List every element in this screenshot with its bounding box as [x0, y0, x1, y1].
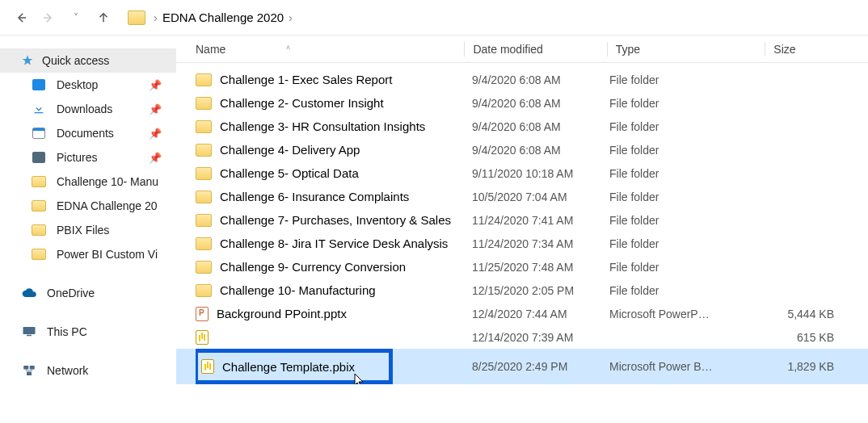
file-type: File folder — [609, 167, 763, 180]
file-type: Microsoft PowerP… — [609, 308, 763, 320]
folder-icon — [196, 261, 212, 274]
documents-icon — [32, 128, 45, 139]
sidebar-item-documents[interactable]: Documents 📌 — [0, 121, 176, 145]
sidebar-item-label: Network — [47, 364, 88, 377]
file-row[interactable]: Challenge 5- Optical Data9/11/2020 10:18… — [176, 161, 868, 185]
file-row[interactable]: Challenge 2- Customer Insight9/4/2020 6:… — [176, 91, 868, 115]
pin-icon: 📌 — [149, 152, 162, 164]
file-row[interactable]: Challenge 8- Jira IT Service Desk Analys… — [176, 232, 868, 255]
file-type: Microsoft Power B… — [609, 360, 763, 373]
chevron-right-icon[interactable]: › — [154, 10, 158, 24]
folder-icon — [196, 144, 212, 157]
file-date: 9/4/2020 6:08 AM — [472, 97, 609, 110]
chevron-right-icon[interactable]: › — [289, 10, 293, 24]
file-row[interactable]: Challenge 10- Manufacturing12/15/2020 2:… — [176, 279, 868, 302]
column-header-name[interactable]: Name ＾ — [196, 43, 464, 56]
file-row[interactable]: Challenge Template.pbix8/25/2020 2:49 PM… — [176, 349, 868, 384]
file-type: File folder — [609, 237, 763, 250]
file-name: Challenge Template.pbix — [222, 360, 355, 374]
breadcrumb-folder[interactable]: EDNA Challenge 2020 — [162, 10, 284, 24]
network-icon — [21, 363, 37, 378]
sidebar-item-downloads[interactable]: Downloads 📌 — [0, 97, 176, 121]
file-date: 8/25/2020 2:49 PM — [472, 360, 609, 373]
sidebar-item-label: Downloads — [57, 103, 112, 115]
file-name: Challenge 10- Manufacturing — [220, 283, 376, 297]
file-name: Challenge 1- Exec Sales Report — [220, 73, 392, 86]
forward-button[interactable] — [39, 8, 58, 27]
file-name: Challenge 3- HR Consultation Insights — [220, 119, 425, 133]
file-row[interactable]: Challenge 7- Purchases, Inventory & Sale… — [176, 208, 868, 232]
file-row[interactable]: Background PPoint.pptx12/4/2020 7:44 AMM… — [176, 302, 868, 325]
file-date: 12/14/2020 7:39 AM — [472, 331, 609, 344]
file-type: File folder — [609, 97, 763, 110]
back-button[interactable] — [11, 8, 31, 27]
sidebar-item-onedrive[interactable]: OneDrive — [0, 281, 176, 305]
svg-rect-4 — [27, 372, 32, 376]
file-date: 9/4/2020 6:08 AM — [472, 73, 609, 86]
folder-icon — [32, 200, 46, 212]
breadcrumb[interactable]: › EDNA Challenge 2020 › — [121, 10, 297, 25]
sidebar-item-folder[interactable]: Challenge 10- Manu — [0, 170, 176, 194]
folder-icon — [128, 10, 145, 25]
column-header-size[interactable]: Size — [773, 43, 868, 56]
up-button[interactable] — [94, 8, 113, 27]
file-name: Challenge 7- Purchases, Inventory & Sale… — [220, 213, 451, 227]
pin-icon: 📌 — [149, 79, 162, 91]
file-row[interactable]: Challenge 6- Insurance Complaints10/5/20… — [176, 185, 868, 208]
sidebar-item-label: Challenge 10- Manu — [57, 175, 158, 188]
column-header-type[interactable]: Type — [616, 43, 765, 56]
pin-icon: 📌 — [149, 103, 162, 115]
sidebar-item-pictures[interactable]: Pictures 📌 — [0, 145, 176, 170]
folder-icon — [196, 120, 212, 133]
svg-rect-1 — [27, 335, 32, 337]
downloads-icon — [31, 102, 47, 116]
pin-icon: 📌 — [149, 128, 162, 140]
folder-icon — [32, 224, 46, 236]
address-bar: ˅ › EDNA Challenge 2020 › — [0, 0, 868, 36]
sidebar-item-label: OneDrive — [47, 287, 95, 299]
file-row[interactable]: Challenge 1- Exec Sales Report9/4/2020 6… — [176, 68, 868, 91]
file-row[interactable]: Challenge 9- Currency Conversion11/25/20… — [176, 255, 868, 279]
folder-icon — [196, 167, 212, 180]
folder-icon — [196, 97, 212, 110]
navigation-pane: Quick access Desktop 📌 Downloads 📌 Docum… — [0, 36, 176, 423]
pbix-icon — [201, 359, 214, 374]
file-name: Challenge 5- Optical Data — [220, 166, 359, 180]
desktop-icon — [32, 79, 45, 90]
file-size: 615 KB — [763, 331, 860, 344]
file-row[interactable]: Challenge 3- HR Consultation Insights9/4… — [176, 115, 868, 138]
thispc-icon — [21, 325, 37, 339]
quick-access-label: Quick access — [42, 54, 109, 67]
file-row[interactable]: 12/14/2020 7:39 AM615 KB — [176, 325, 868, 349]
pptx-icon — [196, 307, 209, 321]
recent-locations-dropdown[interactable]: ˅ — [66, 8, 86, 27]
file-list-pane: Name ＾ Date modified Type Size Challenge… — [176, 36, 868, 423]
pbix-icon — [196, 330, 209, 345]
sidebar-item-thispc[interactable]: This PC — [0, 320, 176, 344]
sidebar-item-network[interactable]: Network — [0, 358, 176, 383]
column-header-date[interactable]: Date modified — [473, 43, 606, 56]
file-row[interactable]: Challenge 4- Delivery App9/4/2020 6:08 A… — [176, 138, 868, 161]
file-date: 12/15/2020 2:05 PM — [472, 284, 609, 297]
file-type: File folder — [609, 214, 763, 227]
file-date: 9/11/2020 10:18 AM — [472, 167, 609, 180]
sidebar-item-label: This PC — [47, 325, 87, 338]
svg-rect-3 — [30, 366, 35, 370]
folder-icon — [196, 191, 212, 203]
sidebar-item-folder[interactable]: Power BI Custom Vi — [0, 242, 176, 266]
sidebar-item-label: PBIX Files — [57, 224, 109, 237]
sidebar-item-folder[interactable]: PBIX Files — [0, 218, 176, 242]
column-headers: Name ＾ Date modified Type Size — [176, 36, 868, 63]
file-type: File folder — [609, 284, 763, 297]
quick-access-header[interactable]: Quick access — [0, 48, 176, 73]
sidebar-item-folder[interactable]: EDNA Challenge 20 — [0, 194, 176, 218]
file-date: 10/5/2020 7:04 AM — [472, 191, 609, 203]
folder-icon — [32, 176, 46, 187]
sidebar-item-desktop[interactable]: Desktop 📌 — [0, 73, 176, 97]
file-name: Background PPoint.pptx — [217, 307, 347, 320]
file-name: Challenge 8- Jira IT Service Desk Analys… — [220, 237, 448, 250]
sidebar-item-label: Pictures — [57, 151, 98, 164]
folder-icon — [196, 214, 212, 227]
sort-indicator-icon: ＾ — [284, 43, 293, 55]
file-size: 5,444 KB — [763, 308, 860, 320]
